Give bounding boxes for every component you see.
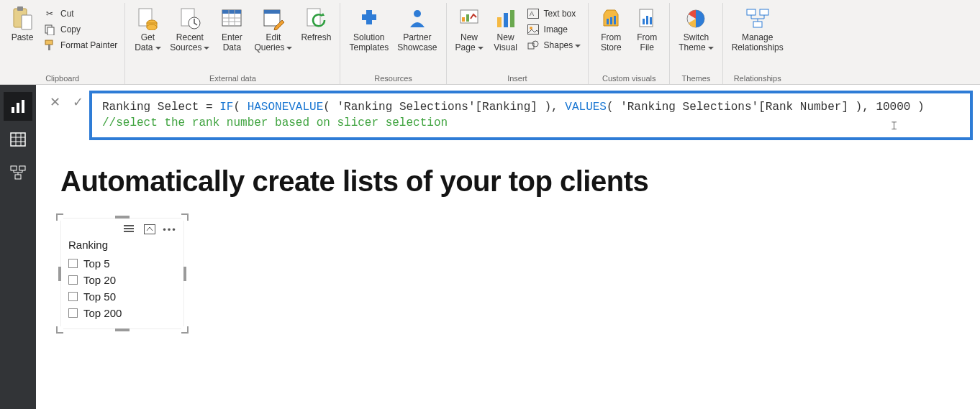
svg-rect-57 xyxy=(15,175,21,179)
slicer-item[interactable]: Top 50 xyxy=(65,288,179,305)
svg-rect-40 xyxy=(643,19,645,24)
ribbon-group-label: Themes xyxy=(674,73,717,84)
slicer-more-icon[interactable]: ••• xyxy=(163,224,176,234)
formula-comment: //select the rank number based on slicer… xyxy=(102,116,448,129)
ribbon-toolbar: Paste ✂ Cut Copy Format Painter xyxy=(0,0,980,85)
slicer-item-label: Top 50 xyxy=(83,290,116,303)
new-page-icon xyxy=(456,6,482,32)
ribbon-group-label: Relationships xyxy=(727,73,788,84)
checkbox-icon[interactable] xyxy=(68,308,78,318)
format-painter-button[interactable]: Format Painter xyxy=(40,37,120,53)
manage-relationships-icon xyxy=(745,6,771,32)
formula-keyword-hasonevalue: HASONEVALUE xyxy=(248,101,324,114)
paste-button[interactable]: Paste xyxy=(4,3,40,43)
svg-rect-45 xyxy=(760,9,768,15)
from-file-button[interactable]: FromFile xyxy=(629,3,665,53)
get-data-label: GetData xyxy=(135,33,160,53)
slicer-title: Ranking xyxy=(65,237,179,255)
formula-text-prefix: Ranking Select = xyxy=(102,101,219,114)
paste-icon xyxy=(9,6,35,32)
enter-data-button[interactable]: EnterData xyxy=(214,3,250,53)
copy-button[interactable]: Copy xyxy=(40,22,120,37)
formula-bar: ✕ ✓ Ranking Select = IF( HASONEVALUE( 'R… xyxy=(43,91,973,137)
slicer-item[interactable]: Top 200 xyxy=(65,305,179,321)
slicer-item-label: Top 20 xyxy=(83,274,116,286)
from-store-button[interactable]: FromStore xyxy=(593,3,629,53)
selection-handle[interactable] xyxy=(56,213,63,221)
refresh-button[interactable]: Refresh xyxy=(296,3,335,43)
formula-input[interactable]: Ranking Select = IF( HASONEVALUE( 'Ranki… xyxy=(89,91,973,140)
svg-rect-49 xyxy=(22,100,24,113)
edit-queries-label: EditQueries xyxy=(254,33,292,53)
new-visual-label: NewVisual xyxy=(494,33,517,53)
from-file-icon xyxy=(634,6,660,32)
close-icon: ✕ xyxy=(50,94,60,110)
text-box-icon: A xyxy=(527,7,540,20)
ribbon-group-label: Insert xyxy=(451,73,584,84)
checkbox-icon[interactable] xyxy=(68,275,78,285)
svg-rect-58 xyxy=(124,228,134,229)
slicer-item[interactable]: Top 20 xyxy=(65,272,179,288)
image-label: Image xyxy=(544,24,568,35)
ribbon-group-custom-visuals: FromStore FromFile Custom visuals xyxy=(589,3,670,84)
checkbox-icon[interactable] xyxy=(68,292,78,301)
selection-handle[interactable] xyxy=(181,326,189,334)
cut-button[interactable]: ✂ Cut xyxy=(40,6,120,22)
manage-relationships-button[interactable]: ManageRelationships xyxy=(727,3,788,53)
ribbon-group-label: External data xyxy=(130,73,335,84)
formula-cancel-button[interactable]: ✕ xyxy=(43,91,66,114)
report-view-button[interactable] xyxy=(4,92,32,121)
checkbox-icon[interactable] xyxy=(68,259,78,268)
partner-showcase-label: PartnerShowcase xyxy=(397,33,437,53)
format-painter-icon xyxy=(43,39,56,52)
svg-rect-42 xyxy=(650,17,652,24)
svg-point-11 xyxy=(147,24,157,30)
svg-rect-21 xyxy=(264,10,280,14)
switch-theme-icon xyxy=(683,6,709,32)
paste-label: Paste xyxy=(12,33,34,43)
ribbon-group-insert: NewPage NewVisual A Text box xyxy=(447,3,589,84)
solution-templates-button[interactable]: SolutionTemplates xyxy=(345,3,393,53)
format-painter-label: Format Painter xyxy=(60,40,117,50)
svg-rect-26 xyxy=(466,14,469,22)
solution-templates-label: SolutionTemplates xyxy=(349,33,389,53)
data-view-button[interactable] xyxy=(4,125,32,154)
partner-showcase-button[interactable]: PartnerShowcase xyxy=(393,3,441,53)
selection-handle[interactable] xyxy=(58,267,61,281)
report-canvas[interactable]: Automatically create lists of your top c… xyxy=(43,144,980,409)
text-box-button[interactable]: A Text box xyxy=(524,6,584,22)
recent-sources-button[interactable]: RecentSources xyxy=(165,3,214,53)
slicer-clear-icon[interactable] xyxy=(123,224,136,234)
formula-keyword-if: IF xyxy=(219,101,233,114)
refresh-label: Refresh xyxy=(301,33,331,43)
svg-rect-6 xyxy=(48,45,50,50)
edit-queries-button[interactable]: EditQueries xyxy=(250,3,296,53)
shapes-button[interactable]: Shapes xyxy=(524,37,584,53)
selection-handle[interactable] xyxy=(181,213,189,221)
new-visual-button[interactable]: NewVisual xyxy=(488,3,524,53)
copy-icon xyxy=(43,23,56,36)
image-button[interactable]: Image xyxy=(524,22,584,37)
svg-rect-25 xyxy=(462,17,465,22)
model-view-icon xyxy=(10,165,26,180)
selection-handle[interactable] xyxy=(115,216,130,219)
new-page-button[interactable]: NewPage xyxy=(451,3,488,53)
slicer-item[interactable]: Top 5 xyxy=(65,255,179,272)
get-data-button[interactable]: GetData xyxy=(130,3,165,53)
switch-theme-button[interactable]: SwitchTheme xyxy=(674,3,717,53)
formula-commit-button[interactable]: ✓ xyxy=(66,91,89,114)
get-data-icon xyxy=(135,6,160,32)
selection-handle[interactable] xyxy=(56,326,63,334)
manage-relationships-label: ManageRelationships xyxy=(732,33,784,53)
selection-handle[interactable] xyxy=(115,328,130,331)
svg-rect-46 xyxy=(753,22,762,27)
slicer-focus-icon[interactable] xyxy=(143,224,156,234)
svg-rect-2 xyxy=(22,15,32,29)
enter-data-label: EnterData xyxy=(222,33,242,53)
model-view-button[interactable] xyxy=(4,158,32,187)
svg-rect-44 xyxy=(747,9,756,15)
ribbon-group-label: Resources xyxy=(345,73,441,84)
cut-label: Cut xyxy=(60,9,74,19)
slicer-visual[interactable]: ••• Ranking Top 5 Top 20 Top 50 Top 200 xyxy=(60,218,184,329)
selection-handle[interactable] xyxy=(183,267,186,281)
